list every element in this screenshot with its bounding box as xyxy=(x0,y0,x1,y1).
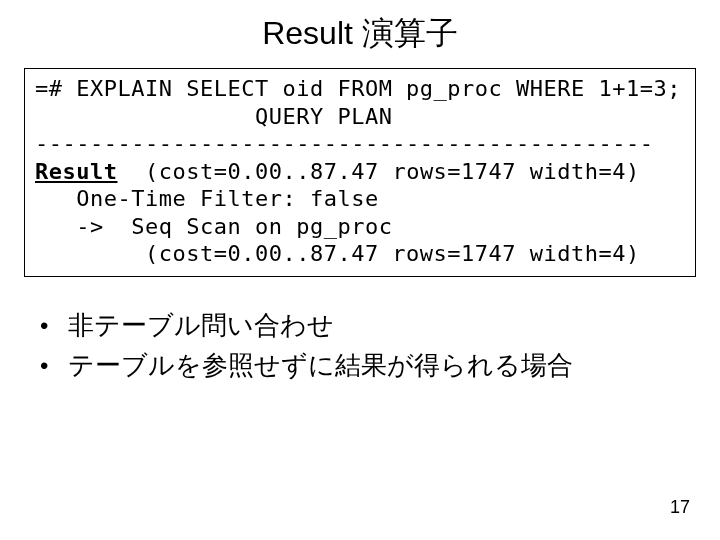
bullet-text: 非テーブル問い合わせ xyxy=(68,305,334,345)
code-line-4-rest: (cost=0.00..87.47 rows=1747 width=4) xyxy=(117,159,639,184)
code-line-1: =# EXPLAIN SELECT oid FROM pg_proc WHERE… xyxy=(35,76,681,101)
bullet-text: テーブルを参照せずに結果が得られる場合 xyxy=(68,345,573,385)
page-number: 17 xyxy=(670,497,690,518)
code-line-4-highlight: Result xyxy=(35,159,117,184)
code-line-3: ----------------------------------------… xyxy=(35,131,654,156)
bullet-dot-icon: • xyxy=(40,345,68,384)
code-line-6: -> Seq Scan on pg_proc xyxy=(35,214,392,239)
bullet-item: • テーブルを参照せずに結果が得られる場合 xyxy=(40,345,680,385)
slide: Result 演算子 =# EXPLAIN SELECT oid FROM pg… xyxy=(0,0,720,540)
page-title: Result 演算子 xyxy=(0,0,720,64)
code-line-7: (cost=0.00..87.47 rows=1747 width=4) xyxy=(35,241,640,266)
code-line-2: QUERY PLAN xyxy=(35,104,392,129)
bullet-dot-icon: • xyxy=(40,305,68,344)
bullet-item: • 非テーブル問い合わせ xyxy=(40,305,680,345)
code-line-5: One-Time Filter: false xyxy=(35,186,379,211)
bullet-list: • 非テーブル問い合わせ • テーブルを参照せずに結果が得られる場合 xyxy=(40,305,680,386)
query-plan-box: =# EXPLAIN SELECT oid FROM pg_proc WHERE… xyxy=(24,68,696,277)
